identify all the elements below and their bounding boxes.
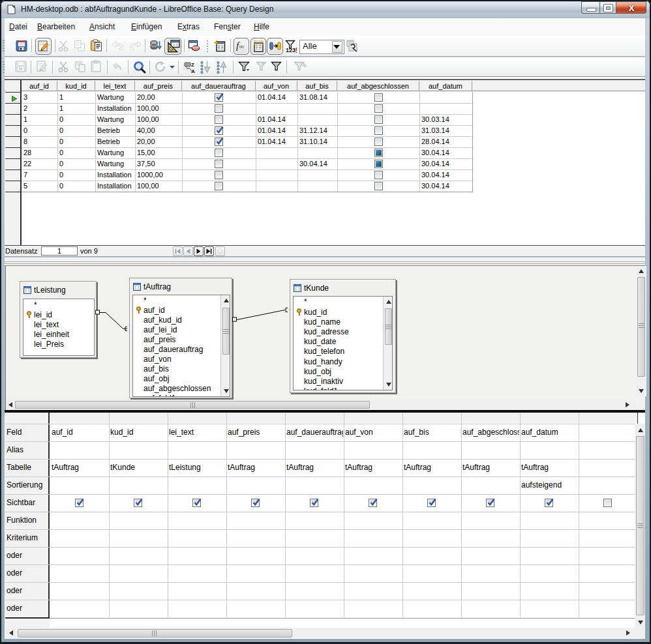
svg-text:!: ! (295, 46, 298, 54)
svg-text:Z: Z (191, 62, 194, 68)
svg-text:123: 123 (286, 47, 295, 53)
